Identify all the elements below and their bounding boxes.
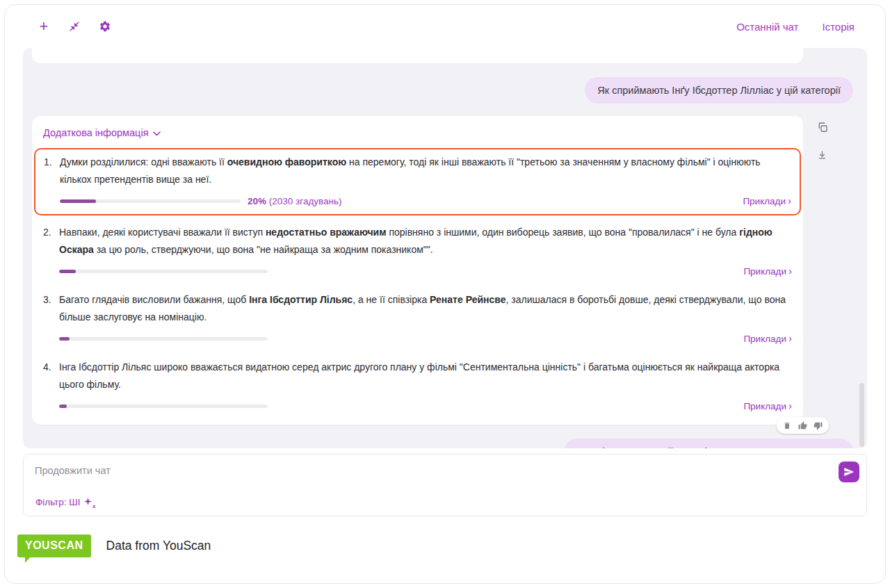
insight-item-text: Багато глядачів висловили бажання, щоб І… [59, 291, 792, 326]
chat-input[interactable] [35, 465, 661, 476]
user-message-bubble: Як сприймають Інґу Ібсдоттер Лілліас у ц… [585, 77, 853, 104]
mentions-bar-fill [59, 337, 70, 341]
message-tools [817, 122, 828, 161]
history-link[interactable]: Історія [822, 21, 855, 33]
last-chat-link[interactable]: Останній чат [736, 21, 798, 33]
copy-icon[interactable] [817, 122, 828, 133]
insight-item: 4. Інга Ібсдоттір Лільяс широко вважаєть… [43, 359, 792, 412]
toolbar: + Останній чат Історія [5, 5, 885, 48]
download-icon[interactable] [817, 149, 828, 161]
insight-item-number: 3. [43, 291, 54, 345]
examples-link[interactable]: Приклади› [743, 262, 792, 280]
insight-list: 1. Думки розділилися: одні вважають її о… [43, 148, 792, 412]
examples-link[interactable]: Приклади› [743, 397, 792, 415]
mentions-bar-fill [60, 199, 96, 203]
new-chat-button[interactable]: + [37, 19, 51, 33]
footer-caption: Data from YouScan [106, 539, 211, 553]
ai-filter-chip[interactable]: Фільтр: ШІ x [35, 497, 94, 507]
mentions-bar [59, 405, 268, 408]
examples-link[interactable]: Приклади› [743, 329, 792, 348]
user-message-bubble: Яка вікова група найактивніше говорить п… [564, 439, 853, 448]
mentions-stat: 20% (2030 згадувань) [248, 193, 342, 210]
previous-message-card-partial [32, 48, 803, 63]
insight-item: 3. Багато глядачів висловили бажання, що… [43, 291, 792, 345]
delete-icon[interactable] [783, 421, 792, 430]
thumbs-up-icon[interactable] [798, 421, 807, 430]
gear-icon [99, 20, 111, 33]
insight-item-text: Навпаки, деякі користувачі вважали її ви… [59, 224, 792, 259]
scrollbar-thumb[interactable] [859, 383, 864, 447]
footer: YOUSCAN Data from YouScan [5, 516, 885, 557]
assistant-response-card: Додаткова інформація 1. Думки розділилис… [32, 116, 803, 425]
composer: Фільтр: ШІ x [23, 454, 867, 516]
mentions-bar [59, 270, 268, 273]
chat-scroll-area: Як сприймають Інґу Ібсдоттер Лілліас у ц… [23, 48, 867, 448]
mentions-bar-fill [59, 270, 76, 273]
send-button[interactable] [839, 462, 859, 482]
insight-item-number: 2. [43, 224, 54, 277]
send-icon [843, 466, 855, 477]
highlighted-insight-box: 1. Думки розділилися: одні вважають її о… [34, 148, 801, 215]
insight-item: 1. Думки розділилися: одні вважають її о… [44, 154, 791, 207]
mentions-bar [59, 337, 268, 341]
mentions-bar [60, 199, 241, 203]
insight-item-number: 4. [43, 359, 54, 412]
ai-filter-label: Фільтр: ШІ [35, 497, 80, 507]
card-section-toggle[interactable]: Додаткова інформація [43, 127, 792, 138]
collapse-button[interactable] [67, 19, 81, 33]
insight-item-text: Думки розділилися: одні вважають її очев… [60, 154, 791, 188]
message-actions-pill [777, 417, 829, 434]
thumbs-down-icon[interactable] [814, 421, 823, 430]
examples-link[interactable]: Приклади› [743, 192, 791, 210]
sparkle-x-icon: x [83, 497, 94, 507]
insight-item-text: Інга Ібсдоттір Лільяс широко вважається … [59, 359, 792, 393]
settings-button[interactable] [98, 19, 112, 33]
insight-item: 2. Навпаки, деякі користувачі вважали її… [43, 224, 792, 277]
collapse-icon [69, 21, 80, 32]
chat-widget-frame: + Останній чат Історія Як сприймають Інґ… [4, 4, 886, 584]
youscan-logo: YOUSCAN [17, 534, 91, 557]
card-section-title: Додаткова інформація [43, 127, 148, 138]
mentions-bar-fill [59, 405, 67, 408]
insight-item-number: 1. [44, 154, 55, 207]
chevron-down-icon [153, 131, 161, 136]
plus-icon: + [40, 19, 49, 33]
